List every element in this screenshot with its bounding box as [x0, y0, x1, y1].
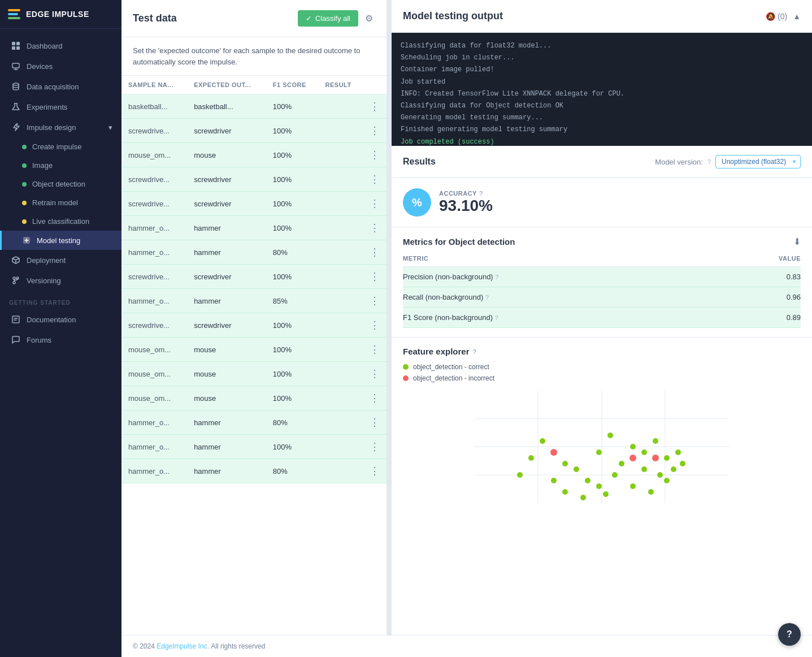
table-row[interactable]: basketball... basketball... 100% ⋮	[121, 94, 387, 119]
cell-menu[interactable]: ⋮	[363, 362, 387, 386]
cell-menu[interactable]: ⋮	[363, 216, 387, 240]
table-row[interactable]: hammer_o... hammer 100% ⋮	[121, 216, 387, 240]
metrics-col-metric: METRIC	[403, 255, 726, 267]
cell-f1-score: 100%	[266, 94, 319, 119]
row-menu-icon[interactable]: ⋮	[370, 319, 380, 331]
row-menu-icon[interactable]: ⋮	[370, 392, 380, 404]
cell-menu[interactable]: ⋮	[363, 386, 387, 410]
model-version-label: Model version:	[655, 158, 703, 166]
sidebar-item-versioning[interactable]: Versioning	[0, 270, 121, 291]
sidebar-item-forums[interactable]: Forums	[0, 330, 121, 350]
cell-f1-score: 80%	[266, 459, 319, 483]
cell-menu[interactable]: ⋮	[363, 338, 387, 362]
settings-button[interactable]: ⚙	[363, 11, 375, 26]
cell-menu[interactable]: ⋮	[363, 240, 387, 265]
row-menu-icon[interactable]: ⋮	[370, 149, 380, 161]
row-menu-icon[interactable]: ⋮	[370, 101, 380, 112]
row-menu-icon[interactable]: ⋮	[370, 441, 380, 452]
help-icon[interactable]: ?	[707, 158, 711, 165]
download-icon[interactable]: ⬇	[793, 236, 801, 247]
footer-company-link[interactable]: EdgeImpulse Inc.	[157, 642, 209, 650]
row-menu-icon[interactable]: ⋮	[370, 465, 380, 477]
cell-menu[interactable]: ⋮	[363, 143, 387, 167]
cell-menu[interactable]: ⋮	[363, 94, 387, 119]
row-menu-icon[interactable]: ⋮	[370, 247, 380, 258]
cell-f1-score: 100%	[266, 143, 319, 167]
collapse-button[interactable]: ▲	[793, 12, 801, 21]
table-row[interactable]: mouse_om... mouse 100% ⋮	[121, 338, 387, 362]
sidebar-item-image[interactable]: Image	[0, 156, 121, 175]
model-version-select-wrap[interactable]: Unoptimized (float32) Quantized (int8)	[715, 155, 801, 168]
log-line: Job completed (success)	[401, 137, 803, 146]
table-row[interactable]: screwdrive... screwdriver 100% ⋮	[121, 119, 387, 143]
accuracy-help-icon[interactable]: ?	[479, 190, 483, 197]
table-row[interactable]: hammer_o... hammer 80% ⋮	[121, 459, 387, 483]
cell-menu[interactable]: ⋮	[363, 410, 387, 435]
metrics-table: METRIC VALUE Precision (non-background) …	[403, 255, 801, 328]
classify-all-button[interactable]: ✓ Classify all	[298, 10, 358, 27]
sidebar-item-experiments[interactable]: Experiments	[0, 97, 121, 117]
cell-menu[interactable]: ⋮	[363, 192, 387, 216]
row-menu-icon[interactable]: ⋮	[370, 271, 380, 282]
row-menu-icon[interactable]: ⋮	[370, 174, 380, 185]
sidebar-item-model-testing[interactable]: Model testing	[0, 231, 121, 250]
cell-result	[319, 338, 363, 362]
cell-menu[interactable]: ⋮	[363, 435, 387, 459]
metric-help-icon[interactable]: ?	[495, 314, 498, 321]
sidebar-label-deployment: Deployment	[27, 256, 66, 265]
log-line: Finished generating model testing summar…	[401, 124, 803, 135]
cell-sample-name: hammer_o...	[121, 435, 187, 459]
log-line: INFO: Created TensorFlow Lite XNNPACK de…	[401, 89, 803, 100]
sidebar-item-deployment[interactable]: Deployment	[0, 250, 121, 270]
row-menu-icon[interactable]: ⋮	[370, 125, 380, 136]
cell-menu[interactable]: ⋮	[363, 289, 387, 313]
sidebar-item-dashboard[interactable]: Dashboard	[0, 36, 121, 56]
cell-sample-name: screwdrive...	[121, 119, 187, 143]
metric-value: 0.89	[726, 308, 801, 328]
table-row[interactable]: screwdrive... screwdriver 100% ⋮	[121, 192, 387, 216]
sidebar-item-impulse-design[interactable]: Impulse design ▾	[0, 117, 121, 137]
sidebar-item-retrain-model[interactable]: Retrain model	[0, 193, 121, 212]
table-row[interactable]: hammer_o... hammer 100% ⋮	[121, 435, 387, 459]
table-row[interactable]: mouse_om... mouse 100% ⋮	[121, 143, 387, 167]
table-row[interactable]: hammer_o... hammer 80% ⋮	[121, 410, 387, 435]
cell-menu[interactable]: ⋮	[363, 459, 387, 483]
cell-sample-name: hammer_o...	[121, 410, 187, 435]
test-description: Set the 'expected outcome' for each samp…	[121, 37, 387, 76]
sidebar-item-live-classification[interactable]: Live classification	[0, 212, 121, 231]
sidebar-item-devices[interactable]: Devices	[0, 56, 121, 76]
test-data-table-container[interactable]: SAMPLE NA... EXPECTED OUT... F1 SCORE RE…	[121, 76, 387, 635]
cell-menu[interactable]: ⋮	[363, 167, 387, 192]
sidebar-item-documentation[interactable]: Documentation	[0, 309, 121, 330]
cell-sample-name: basketball...	[121, 94, 187, 119]
table-row[interactable]: hammer_o... hammer 80% ⋮	[121, 240, 387, 265]
help-button[interactable]: ?	[778, 623, 801, 646]
cell-menu[interactable]: ⋮	[363, 313, 387, 338]
row-menu-icon[interactable]: ⋮	[370, 222, 380, 234]
metric-help-icon[interactable]: ?	[495, 274, 498, 280]
table-row[interactable]: screwdrive... screwdriver 100% ⋮	[121, 313, 387, 338]
sidebar-label-live-classification: Live classification	[32, 217, 89, 226]
notifications-button[interactable]: 🔕 (0)	[766, 12, 787, 21]
model-version-select[interactable]: Unoptimized (float32) Quantized (int8)	[715, 155, 801, 168]
row-menu-icon[interactable]: ⋮	[370, 198, 380, 209]
feature-help-icon[interactable]: ?	[473, 348, 477, 355]
cell-menu[interactable]: ⋮	[363, 119, 387, 143]
sidebar-item-create-impulse[interactable]: Create impulse	[0, 137, 121, 156]
metric-help-icon[interactable]: ?	[485, 294, 489, 301]
row-menu-icon[interactable]: ⋮	[370, 344, 380, 355]
row-menu-icon[interactable]: ⋮	[370, 368, 380, 379]
table-row[interactable]: mouse_om... mouse 100% ⋮	[121, 362, 387, 386]
row-menu-icon[interactable]: ⋮	[370, 417, 380, 428]
results-title: Results	[403, 157, 436, 167]
table-row[interactable]: hammer_o... hammer 85% ⋮	[121, 289, 387, 313]
row-menu-icon[interactable]: ⋮	[370, 295, 380, 306]
sidebar-item-object-detection[interactable]: Object detection	[0, 175, 121, 193]
cell-result	[319, 94, 363, 119]
table-row[interactable]: screwdrive... screwdriver 100% ⋮	[121, 265, 387, 289]
sidebar-item-data-acquisition[interactable]: Data acquisition	[0, 76, 121, 97]
cell-menu[interactable]: ⋮	[363, 265, 387, 289]
table-row[interactable]: mouse_om... mouse 100% ⋮	[121, 386, 387, 410]
table-row[interactable]: screwdrive... screwdriver 100% ⋮	[121, 167, 387, 192]
chevron-up-icon: ▲	[793, 12, 801, 21]
